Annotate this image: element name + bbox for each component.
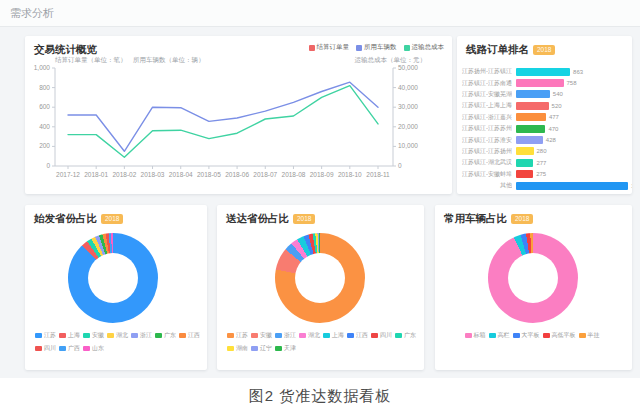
legend-swatch xyxy=(489,333,496,338)
legend-item[interactable]: 所用车辆数 xyxy=(356,43,397,52)
origin-pie-legend: 江苏上海安徽湖北浙江广东江西四川广西山东 xyxy=(35,331,205,353)
legend-item[interactable]: 安徽 xyxy=(251,331,272,340)
left-axis-note: 结算订单量（单位：笔） 所用车辆数（单位：辆） xyxy=(55,56,205,65)
ranking-row: 江苏扬州-江苏镇江863 xyxy=(457,66,632,77)
legend-label: 上海 xyxy=(332,331,344,340)
legend-swatch xyxy=(59,333,66,338)
panel-origin-province-pie: 始发省份占比 2018 江苏上海安徽湖北浙江广东江西四川广西山东 xyxy=(25,205,207,370)
route-label: 江苏镇江-上海上海 xyxy=(457,101,512,110)
legend-item[interactable]: 上海 xyxy=(323,331,344,340)
legend-label: 山东 xyxy=(92,344,104,353)
legend-item[interactable]: 四川 xyxy=(35,344,56,353)
route-value: 520 xyxy=(552,103,562,109)
svg-text:600: 600 xyxy=(39,103,50,110)
legend-label: 江西 xyxy=(356,331,368,340)
legend-item[interactable]: 大平板 xyxy=(513,331,540,340)
legend-swatch xyxy=(275,333,282,338)
svg-text:2018-05: 2018-05 xyxy=(197,171,221,178)
legend-swatch xyxy=(179,333,186,338)
legend-item[interactable]: 半挂 xyxy=(579,331,600,340)
legend-item[interactable]: 江苏 xyxy=(35,331,56,340)
route-value: 863 xyxy=(573,69,583,75)
donut-hole xyxy=(88,253,138,303)
legend-label: 结算订单量 xyxy=(317,43,350,52)
legend-swatch xyxy=(35,346,42,351)
ranking-row: 其他1788 xyxy=(457,180,632,191)
legend-label: 大平板 xyxy=(522,331,540,340)
legend-label: 浙江 xyxy=(284,331,296,340)
legend-item[interactable]: 江西 xyxy=(179,331,200,340)
legend-label: 高栏 xyxy=(498,331,510,340)
legend-item[interactable]: 广东 xyxy=(155,331,176,340)
svg-text:10,000: 10,000 xyxy=(398,142,418,149)
legend-label: 安徽 xyxy=(260,331,272,340)
legend-label: 江西 xyxy=(188,331,200,340)
svg-text:2017-12: 2017-12 xyxy=(56,171,80,178)
svg-text:800: 800 xyxy=(39,84,50,91)
svg-text:0: 0 xyxy=(46,162,50,169)
route-label: 江苏镇江-江苏苏州 xyxy=(457,124,512,133)
legend-label: 安徽 xyxy=(92,331,104,340)
legend-item[interactable]: 湖北 xyxy=(107,331,128,340)
legend-item[interactable]: 天津 xyxy=(275,344,296,353)
panel-destination-province-pie: 送达省份占比 2018 江苏安徽浙江湖北上海江西四川广东湖南辽宁天津 xyxy=(217,205,424,370)
panel-route-ranking: 线路订单排名 2018 江苏扬州-江苏镇江863江苏镇江-江苏南通758江苏镇江… xyxy=(457,36,632,194)
panel-badge: 2018 xyxy=(533,45,555,55)
panel-title-text: 线路订单排名 xyxy=(466,43,529,57)
legend-item[interactable]: 山东 xyxy=(83,344,104,353)
legend-label: 运输总成本 xyxy=(412,43,445,52)
svg-text:2018-09: 2018-09 xyxy=(310,171,334,178)
legend-swatch xyxy=(347,333,354,338)
legend-item[interactable]: 湖南 xyxy=(227,344,248,353)
legend-swatch xyxy=(251,346,258,351)
route-label: 江苏镇江-安徽蚌埠 xyxy=(457,170,512,179)
route-ranking-bars: 江苏扬州-江苏镇江863江苏镇江-江苏南通758江苏镇江-安徽芜湖540江苏镇江… xyxy=(457,66,632,191)
legend-label: 浙江 xyxy=(140,331,152,340)
route-label: 江苏镇江-安徽芜湖 xyxy=(457,90,512,99)
legend-item[interactable]: 浙江 xyxy=(131,331,152,340)
ranking-row: 江苏镇江-江苏南通758 xyxy=(457,77,632,88)
origin-donut-chart xyxy=(68,233,158,323)
legend-item[interactable]: 广西 xyxy=(59,344,80,353)
legend-swatch xyxy=(395,333,402,338)
legend-item[interactable]: 湖北 xyxy=(299,331,320,340)
legend-item[interactable]: 辽宁 xyxy=(251,344,272,353)
legend-item[interactable]: 标箱 xyxy=(465,331,486,340)
legend-item[interactable]: 高栏 xyxy=(489,331,510,340)
ranking-row: 江苏镇江-安徽芜湖540 xyxy=(457,89,632,100)
legend-label: 江苏 xyxy=(236,331,248,340)
panel-badge: 2018 xyxy=(511,214,533,224)
legend-item[interactable]: 运输总成本 xyxy=(404,43,445,52)
legend-label: 所用车辆数 xyxy=(364,43,397,52)
panel-title: 线路订单排名 2018 xyxy=(466,43,555,57)
legend-item[interactable]: 安徽 xyxy=(83,331,104,340)
legend-item[interactable]: 广东 xyxy=(395,331,416,340)
ranking-row: 江苏镇江-浙江嘉兴477 xyxy=(457,112,632,123)
route-label: 江苏扬州-江苏镇江 xyxy=(457,67,512,76)
panel-badge: 2018 xyxy=(101,214,123,224)
legend-item[interactable]: 高低平板 xyxy=(543,331,576,340)
legend-item[interactable]: 浙江 xyxy=(275,331,296,340)
destination-donut-chart xyxy=(275,233,365,323)
route-bar xyxy=(516,90,550,98)
legend-item[interactable]: 结算订单量 xyxy=(309,43,350,52)
svg-text:2018-02: 2018-02 xyxy=(112,171,136,178)
panel-badge: 2018 xyxy=(293,214,315,224)
legend-label: 湖南 xyxy=(236,344,248,353)
route-bar xyxy=(516,136,543,144)
legend-item[interactable]: 四川 xyxy=(371,331,392,340)
legend-item[interactable]: 上海 xyxy=(59,331,80,340)
legend-swatch xyxy=(323,333,330,338)
panel-title: 常用车辆占比 2018 xyxy=(444,212,533,226)
line-chart-legend: 结算订单量所用车辆数运输总成本 xyxy=(309,43,445,52)
svg-text:200: 200 xyxy=(39,142,50,149)
legend-item[interactable]: 江苏 xyxy=(227,331,248,340)
legend-swatch xyxy=(579,333,586,338)
ranking-row: 江苏镇江-湖北武汉277 xyxy=(457,157,632,168)
panel-title: 交易统计概览 xyxy=(34,43,97,57)
legend-item[interactable]: 江西 xyxy=(347,331,368,340)
legend-label: 上海 xyxy=(68,331,80,340)
legend-swatch xyxy=(227,333,234,338)
legend-swatch xyxy=(131,333,138,338)
legend-swatch xyxy=(299,333,306,338)
